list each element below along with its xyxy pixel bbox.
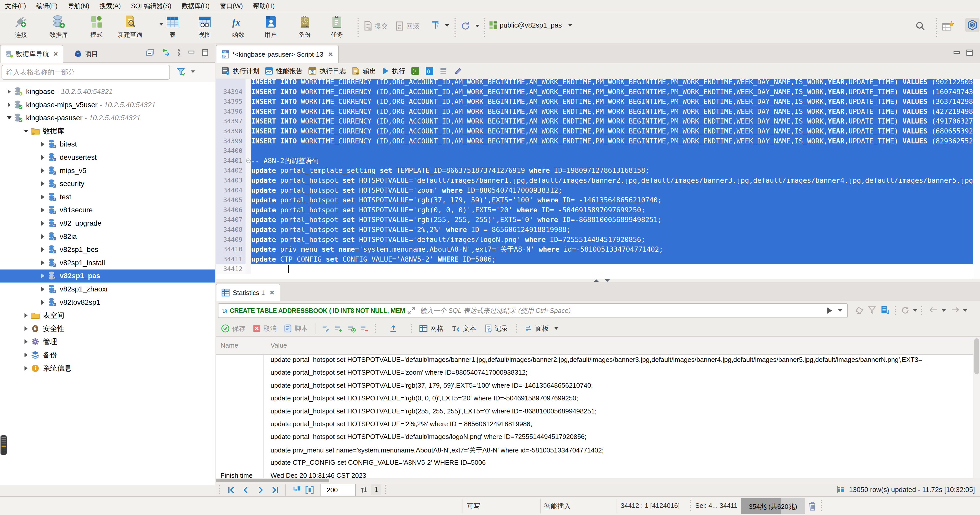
connection-selector[interactable]: public@v82sp1_pas xyxy=(489,21,572,30)
editor-line-34403[interactable]: 34403update portal_hotspot set HOTSPOTVA… xyxy=(216,176,980,186)
tree-expand-arrow[interactable] xyxy=(22,366,30,370)
grid-vertical-scrollbar[interactable] xyxy=(974,337,980,478)
tree-expand-arrow[interactable] xyxy=(39,234,47,239)
script-view-button[interactable] xyxy=(439,67,448,75)
editor-line-34407[interactable]: 34407update portal_hotspot set HOTSPOTVA… xyxy=(216,215,980,225)
text-view-button[interactable]: T 文本 xyxy=(452,324,476,333)
editor-line-34412[interactable]: 34412 xyxy=(216,264,980,274)
tree-expand-arrow[interactable] xyxy=(39,195,47,199)
tree-item-kingbase-mips_v5user[interactable]: kingbase-mips_v5user - 10.2.5.40:54321 xyxy=(0,98,215,111)
task-button[interactable]: 任务 xyxy=(320,15,354,39)
tree-expand-arrow[interactable] xyxy=(22,130,30,133)
editor-line-34406[interactable]: 34406update portal_hotspot set HOTSPOTVA… xyxy=(216,205,980,215)
tree-item-表空间[interactable]: 表空间 xyxy=(0,309,215,322)
open-perspective-button[interactable] xyxy=(942,21,955,32)
tree-item-v82sp1_pas[interactable]: v82sp1_pas xyxy=(0,270,215,283)
tree-expand-arrow[interactable] xyxy=(5,103,13,107)
tree-item-security[interactable]: security xyxy=(0,177,215,191)
collapse-all-icon[interactable] xyxy=(146,48,155,57)
tree-expand-arrow[interactable] xyxy=(39,142,47,146)
editor-line-34395[interactable]: 34395INSERT INTO WORKTIME_CURRENCY (ID,O… xyxy=(216,97,980,106)
previous-result-icon[interactable] xyxy=(928,306,939,314)
save-button[interactable]: 保存 xyxy=(221,324,245,333)
menu-item-1[interactable]: 编辑(E) xyxy=(31,2,62,10)
result-row-3[interactable]: update portal_hotspot set HOTSPOTVALUE='… xyxy=(216,392,974,405)
editor-line-34396[interactable]: 34396INSERT INTO WORKTIME_CURRENCY (ID,O… xyxy=(216,106,980,117)
editor-line-34405[interactable]: 34405update portal_hotspot set HOTSPOTVA… xyxy=(216,195,980,205)
tree-item-数据库[interactable]: 数据库 xyxy=(0,124,215,138)
clear-filter-icon[interactable] xyxy=(855,306,864,315)
refresh-page-icon[interactable] xyxy=(360,486,368,494)
tree-expand-arrow[interactable] xyxy=(39,261,47,265)
tree-expand-arrow[interactable] xyxy=(39,300,47,305)
editor-line-34404[interactable]: 34404update portal_hotspot set HOTSPOTVA… xyxy=(216,186,980,196)
results-filter-input[interactable]: T CREATE TABLE ADDRESSBOOK ( ID INT8 NOT… xyxy=(218,303,848,318)
tree-item-v82sp1_zhaoxr[interactable]: v82sp1_zhaoxr xyxy=(0,283,215,296)
tree-expand-arrow[interactable] xyxy=(22,313,30,318)
database-button[interactable]: 数据库 xyxy=(42,15,76,39)
edit-mode-button[interactable] xyxy=(454,67,463,75)
editor-line-34402[interactable]: 34402update portal_template_setting set … xyxy=(216,165,980,176)
grid-horizontal-scrollbar[interactable] xyxy=(216,478,980,483)
results-grid[interactable]: Name Value update portal_hotspot set HOT… xyxy=(216,337,974,478)
tree-expand-arrow[interactable] xyxy=(5,116,13,119)
next-dropdown-arrow[interactable] xyxy=(963,309,967,312)
tree-expand-arrow[interactable] xyxy=(5,89,13,94)
editor-line-34397[interactable]: 34397INSERT INTO WORKTIME_CURRENCY (ID,O… xyxy=(216,116,980,126)
previous-dropdown-arrow[interactable] xyxy=(942,309,946,312)
tab-database-navigator[interactable]: 数据库导航 ✕ xyxy=(0,45,63,63)
new-query-button[interactable]: 新建查询 xyxy=(113,15,147,39)
menu-item-5[interactable]: 数据库(D) xyxy=(177,2,215,10)
menu-item-4[interactable]: SQL编辑器(S) xyxy=(126,2,177,10)
tree-expand-arrow[interactable] xyxy=(22,353,30,357)
tree-item-v82ia[interactable]: v82ia xyxy=(0,230,215,243)
commit-button[interactable]: 提交 xyxy=(363,21,388,31)
tree-item-mips_v5[interactable]: mips_v5 xyxy=(0,164,215,177)
editor-line-34394[interactable]: 34394INSERT INTO WORKTIME_CURRENCY (ID,O… xyxy=(216,87,980,97)
result-row-6[interactable]: update portal_hotspot set HOTSPOTVALUE='… xyxy=(216,431,974,443)
record-view-button[interactable]: 记录 xyxy=(484,324,508,333)
result-row-1[interactable]: update portal_hotspot set HOTSPOTVALUE='… xyxy=(216,367,974,379)
tree-expand-arrow[interactable] xyxy=(39,181,47,186)
tree-item-v82sp1_bes[interactable]: v82sp1_bes xyxy=(0,243,215,256)
link-editor-icon[interactable] xyxy=(161,48,170,57)
new-sql-button[interactable]: (+ xyxy=(411,67,420,75)
tree-expand-arrow[interactable] xyxy=(39,247,47,252)
search-button[interactable] xyxy=(915,21,925,31)
tab-projects[interactable]: 项目 xyxy=(69,45,103,63)
script-button[interactable]: 脚本 xyxy=(284,324,308,333)
order-results-icon[interactable] xyxy=(880,306,891,316)
panel-button[interactable]: 面板 xyxy=(524,324,558,333)
fetch-all-icon[interactable] xyxy=(305,486,314,494)
grid-view-button[interactable]: 网格 xyxy=(419,324,444,333)
garbage-collect-icon[interactable] xyxy=(808,501,816,511)
tree-expand-arrow[interactable] xyxy=(39,221,47,226)
tree-expand-arrow[interactable] xyxy=(39,155,47,160)
previous-page-icon[interactable] xyxy=(242,486,250,494)
custom-filter-icon[interactable] xyxy=(868,306,877,315)
menu-item-6[interactable]: 窗口(W) xyxy=(215,2,248,10)
tree-item-v81secure[interactable]: v81secure xyxy=(0,203,215,217)
performance-report-button[interactable]: 性能报告 xyxy=(265,67,303,76)
view-menu-icon[interactable] xyxy=(177,48,181,57)
view-button[interactable]: 视图 xyxy=(188,15,221,39)
editor-overview-ruler[interactable] xyxy=(973,79,980,279)
tree-expand-arrow[interactable] xyxy=(22,339,30,344)
last-page-icon[interactable] xyxy=(271,486,279,494)
cancel-button[interactable]: 取消 xyxy=(253,324,277,333)
refresh-dropdown-arrow[interactable] xyxy=(913,309,917,312)
filter-history-arrow[interactable] xyxy=(838,309,842,312)
tree-item-v82_upgrade[interactable]: v82_upgrade xyxy=(0,217,215,230)
menu-item-0[interactable]: 文件(F) xyxy=(0,2,31,10)
tree-item-安全性[interactable]: 安全性 xyxy=(0,322,215,335)
explain-plan-button[interactable]: 执行计划 xyxy=(221,67,259,76)
tree-item-备份[interactable]: 备份 xyxy=(0,348,215,362)
history-button[interactable] xyxy=(460,21,479,31)
transaction-filter-button[interactable] xyxy=(431,21,449,30)
tree-item-test[interactable]: test xyxy=(0,191,215,203)
editor-line-34409[interactable]: 34409update portal_hotspot set HOTSPOTVA… xyxy=(216,235,980,245)
maximize-icon[interactable] xyxy=(202,49,209,56)
minimize-icon[interactable] xyxy=(188,49,195,56)
schema-button[interactable]: 模式 xyxy=(80,15,113,39)
editor-line-34411[interactable]: 34411update CTP_CONFIG set CONFIG_VALUE=… xyxy=(216,254,980,264)
